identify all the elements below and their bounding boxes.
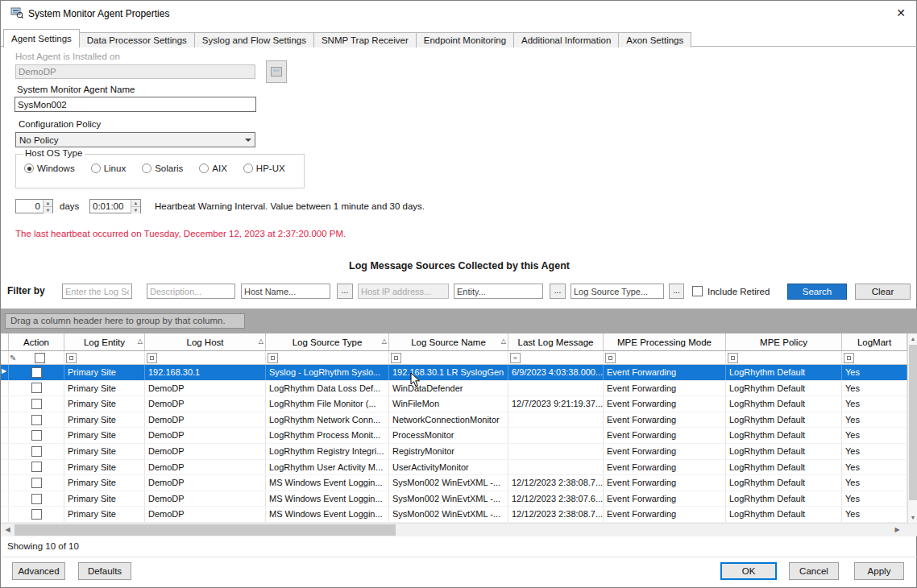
table-row[interactable]: Primary SiteDemoDPLogRhythm Network Conn…	[1, 412, 917, 429]
row-checkbox[interactable]	[31, 383, 42, 393]
column-header-mpe-policy[interactable]: MPE Policy	[726, 333, 842, 350]
host-name-filter-input[interactable]	[241, 284, 330, 299]
select-all-checkbox[interactable]	[35, 353, 45, 363]
os-radio-hp-ux[interactable]: HP-UX	[243, 164, 285, 173]
tab-agent-settings[interactable]: Agent Settings	[3, 29, 80, 48]
table-row[interactable]: Primary SiteDemoDPMS Windows Event Loggi…	[1, 507, 917, 523]
table-row[interactable]: Primary SiteDemoDPMS Windows Event Loggi…	[1, 475, 917, 491]
column-header-log-host[interactable]: Log Host△	[145, 333, 266, 350]
select-host-button[interactable]	[266, 60, 287, 83]
filter-cell-log-source-name[interactable]	[389, 351, 508, 364]
table-row[interactable]: Primary SiteDemoDPLogRhythm User Activit…	[1, 460, 917, 476]
scroll-left-icon[interactable]: ◀	[1, 524, 15, 536]
ok-button[interactable]: OK	[720, 562, 777, 580]
row-checkbox[interactable]	[31, 446, 42, 457]
log-source-type-browse-button[interactable]: ...	[669, 284, 684, 299]
row-checkbox[interactable]	[31, 415, 42, 425]
heartbeat-interval-stepper[interactable]: 0:01:00 ▲▼	[89, 199, 141, 213]
filter-cell-mpe-processing-mode[interactable]	[604, 351, 726, 364]
os-radio-solaris[interactable]: Solaris	[142, 164, 183, 173]
horizontal-scrollbar[interactable]: ◀ ▶	[1, 523, 917, 536]
host-name-browse-button[interactable]: ...	[337, 284, 353, 299]
column-header-log-source-type[interactable]: Log Source Type△	[266, 333, 389, 350]
filter-cell-last-log-message[interactable]: =	[508, 351, 604, 364]
column-filter-icon[interactable]	[66, 353, 77, 363]
row-action-cell[interactable]	[9, 475, 64, 491]
row-action-cell[interactable]	[9, 396, 64, 412]
stepper-up-icon[interactable]: ▲	[131, 200, 140, 206]
row-checkbox[interactable]	[31, 509, 42, 520]
table-row[interactable]: Primary SiteDemoDPLogRhythm Registry Int…	[1, 444, 917, 460]
filter-cell-logmart[interactable]	[842, 351, 907, 364]
filter-cell-log-source-type[interactable]	[266, 351, 389, 364]
filter-cell-mpe-policy[interactable]	[726, 351, 842, 364]
table-row[interactable]: ▶Primary Site192.168.30.1Syslog - LogRhy…	[1, 365, 917, 381]
defaults-button[interactable]: Defaults	[78, 562, 131, 580]
agent-name-input[interactable]	[15, 97, 256, 112]
column-filter-icon[interactable]	[391, 353, 401, 363]
scroll-right-icon[interactable]: ▶	[890, 524, 904, 536]
tab-snmp-trap-receiver[interactable]: SNMP Trap Receiver	[314, 32, 417, 48]
heartbeat-days-stepper[interactable]: 0 ▲▼	[15, 199, 53, 213]
column-header-logmart[interactable]: LogMart	[842, 333, 907, 350]
cancel-button[interactable]: Cancel	[789, 562, 839, 580]
stepper-down-icon[interactable]: ▼	[44, 206, 52, 213]
column-filter-icon[interactable]	[728, 353, 738, 363]
column-header-log-entity[interactable]: Log Entity△	[64, 333, 145, 350]
close-icon[interactable]: ✕	[889, 2, 913, 23]
tab-axon-settings[interactable]: Axon Settings	[619, 32, 691, 48]
tab-endpoint-monitoring[interactable]: Endpoint Monitoring	[417, 32, 514, 48]
apply-button[interactable]: Apply	[854, 562, 904, 580]
table-row[interactable]: Primary SiteDemoDPLogRhythm Process Moni…	[1, 428, 917, 444]
table-row[interactable]: Primary SiteDemoDPLogRhythm Data Loss De…	[1, 381, 917, 397]
entity-filter-input[interactable]	[454, 284, 543, 299]
column-header-action[interactable]: Action	[9, 333, 64, 350]
config-policy-select[interactable]: No Policy	[15, 132, 255, 147]
tab-data-processor-settings[interactable]: Data Processor Settings	[80, 32, 195, 48]
row-checkbox[interactable]	[31, 367, 42, 378]
column-filter-icon[interactable]	[147, 353, 157, 363]
row-action-cell[interactable]	[9, 428, 64, 443]
column-header-log-source-name[interactable]: Log Source Name△	[389, 333, 508, 350]
filter-cell-log-entity[interactable]	[64, 351, 145, 364]
table-row[interactable]: Primary SiteDemoDPMS Windows Event Loggi…	[1, 491, 917, 507]
include-retired-checkbox[interactable]	[692, 286, 703, 296]
clear-button[interactable]: Clear	[855, 284, 911, 300]
row-action-cell[interactable]	[9, 444, 64, 459]
chevron-down-icon[interactable]	[241, 133, 255, 147]
scroll-down-icon[interactable]: ▼	[908, 512, 917, 523]
row-action-cell[interactable]	[9, 381, 64, 396]
row-checkbox[interactable]	[31, 494, 42, 504]
entity-browse-button[interactable]: ...	[550, 284, 566, 299]
row-action-cell[interactable]	[9, 460, 64, 475]
description-filter-input[interactable]	[147, 284, 235, 299]
vertical-scrollbar[interactable]: ▲ ▼	[907, 333, 917, 523]
column-header-mpe-processing-mode[interactable]: MPE Processing Mode	[604, 333, 726, 350]
row-action-cell[interactable]	[9, 412, 64, 428]
row-checkbox[interactable]	[31, 478, 42, 488]
os-radio-aix[interactable]: AIX	[199, 164, 227, 173]
scroll-up-icon[interactable]: ▲	[908, 333, 917, 344]
column-header-last-log-message[interactable]: Last Log Message	[508, 333, 604, 350]
column-filter-icon[interactable]: =	[510, 353, 521, 363]
search-button[interactable]: Search	[787, 284, 847, 300]
log-source-type-filter-input[interactable]	[571, 284, 664, 299]
stepper-down-icon[interactable]: ▼	[131, 206, 140, 213]
advanced-button[interactable]: Advanced	[12, 562, 65, 580]
column-filter-icon[interactable]	[605, 353, 616, 363]
row-action-cell[interactable]	[9, 365, 64, 380]
column-filter-icon[interactable]	[268, 353, 278, 363]
row-checkbox[interactable]	[31, 399, 42, 409]
os-radio-linux[interactable]: Linux	[91, 164, 127, 173]
row-checkbox[interactable]	[31, 430, 42, 441]
row-checkbox[interactable]	[31, 462, 42, 472]
table-row[interactable]: Primary SiteDemoDPLogRhythm File Monitor…	[1, 396, 917, 412]
stepper-arrows[interactable]: ▲▼	[131, 200, 140, 213]
log-source-filter-input[interactable]	[62, 284, 132, 299]
stepper-up-icon[interactable]: ▲	[44, 200, 52, 206]
row-action-cell[interactable]	[9, 491, 64, 507]
stepper-arrows[interactable]: ▲▼	[43, 200, 52, 213]
horizontal-scroll-thumb[interactable]	[15, 524, 396, 536]
tab-additional-information[interactable]: Additional Information	[514, 32, 619, 48]
tab-syslog-and-flow-settings[interactable]: Syslog and Flow Settings	[195, 32, 314, 48]
